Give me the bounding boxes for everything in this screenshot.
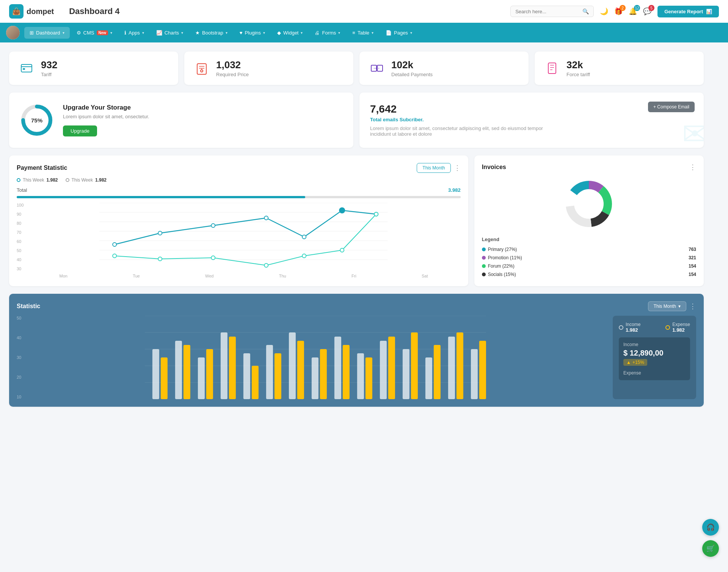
income-change-badge: ▲ +15% [623, 359, 647, 366]
svg-rect-49 [161, 357, 168, 399]
search-icon[interactable]: 🔍 [582, 8, 589, 14]
svg-rect-63 [320, 349, 327, 399]
stat-card-force-tariff: 32k Force tariff [535, 52, 704, 85]
expense-legend-item: Expense 1.982 [665, 322, 690, 333]
nav-item-forms[interactable]: 🖨 Forms ▾ [309, 27, 345, 39]
svg-rect-54 [221, 332, 228, 399]
stat-card-detailed-payments: 102k Detailed Payments [359, 52, 529, 85]
force-tariff-info: 32k Force tariff [566, 59, 590, 77]
required-price-label: Required Price [216, 72, 249, 77]
gift-badge: 2 [620, 5, 626, 11]
nav-item-bootstrap[interactable]: ★ Bootstrap ▾ [190, 27, 233, 39]
nav-item-widget[interactable]: ◆ Widget ▾ [272, 27, 308, 39]
svg-point-29 [340, 208, 345, 213]
storage-card: 75% Upgrade Your Storage Lorem ipsum dol… [9, 92, 353, 148]
svg-point-35 [303, 254, 306, 258]
inv-dot-promotion [482, 256, 486, 260]
charts-icon: 📈 [156, 30, 162, 36]
svg-rect-59 [275, 353, 281, 399]
line-chart-svg-wrap: Mon Tue Wed Thu Fri Sat [27, 203, 460, 278]
nav-item-pages[interactable]: 📄 Pages ▾ [380, 27, 417, 39]
detailed-payments-label: Detailed Payments [391, 72, 433, 77]
middle-row: 75% Upgrade Your Storage Lorem ipsum dol… [9, 92, 704, 148]
search-input[interactable] [515, 9, 579, 14]
total-value: 3.982 [448, 187, 461, 193]
chat-button[interactable]: 💬 5 [643, 7, 651, 16]
nav-item-dashboard[interactable]: ⊞ Dashboard ▾ [24, 27, 70, 39]
arrow-up-icon: ▲ [626, 360, 631, 365]
bell-button[interactable]: 🔔 12 [629, 7, 637, 16]
svg-rect-75 [457, 332, 463, 399]
tariff-number: 932 [41, 59, 57, 71]
force-tariff-label: Force tariff [566, 72, 590, 77]
statistic-controls: This Month ▾ ⋮ [648, 301, 696, 311]
compose-email-button[interactable]: + Compose Email [648, 102, 695, 112]
more-options-button[interactable]: ⋮ [454, 164, 461, 172]
legend-val-2: 1.982 [95, 177, 107, 183]
svg-point-32 [158, 257, 162, 261]
invoices-legend: Legend Primary (27%) 763 Promotion (11%)… [482, 237, 696, 279]
nav-item-plugins[interactable]: ♥ Plugins ▾ [234, 27, 270, 39]
required-price-info: 1,032 Required Price [216, 59, 249, 77]
inv-dot-primary [482, 248, 486, 251]
nav-item-charts[interactable]: 📈 Charts ▾ [151, 27, 188, 39]
x-axis-labels: Mon Tue Wed Thu Fri Sat [27, 272, 460, 278]
payment-statistic-controls: This Month ⋮ [417, 163, 460, 173]
upgrade-button[interactable]: Upgrade [63, 125, 97, 136]
generate-report-button[interactable]: Generate Report 📊 [657, 6, 719, 17]
legend-this-week-2: This Week 1.982 [66, 177, 107, 183]
svg-rect-71 [411, 332, 418, 399]
apps-icon: ℹ [124, 30, 126, 36]
navbar: ⊞ Dashboard ▾ ⚙ CMS New ▾ ℹ Apps ▾ 📈 Cha… [0, 23, 728, 42]
expense-legend-label: Expense [672, 322, 690, 327]
expense-box-label: Expense [623, 370, 686, 376]
force-tariff-icon [544, 60, 560, 77]
email-desc: Lorem ipsum dolor sit amet, consectetur … [370, 125, 552, 137]
invoices-card: Invoices ⋮ Legend [474, 155, 704, 286]
svg-rect-0 [21, 64, 32, 72]
svg-point-31 [113, 254, 117, 258]
svg-rect-72 [425, 357, 432, 399]
nav-item-table[interactable]: ≡ Table ▾ [347, 27, 379, 39]
total-bar-row: Total 3.982 [17, 187, 461, 193]
income-box-label: Income [623, 342, 686, 347]
statistic-month-button[interactable]: This Month ▾ [648, 301, 686, 311]
svg-rect-57 [252, 366, 259, 399]
moon-button[interactable]: 🌙 [600, 7, 608, 16]
inv-val-primary: 763 [689, 247, 696, 252]
bar-chart-svg [24, 316, 607, 399]
line-chart-container: 30 40 50 60 70 80 90 100 [17, 203, 461, 278]
inv-val-promotion: 321 [689, 255, 696, 260]
statistic-card: Statistic This Month ▾ ⋮ 10 20 30 40 [9, 294, 704, 407]
income-legend-row: Income 1.982 Expense 1.982 [619, 322, 690, 333]
expense-legend-dot [665, 325, 670, 330]
legend-this-week-1: This Week 1.982 [17, 177, 58, 183]
stat-card-tariff: 932 Tariff [9, 52, 178, 85]
pages-icon: 📄 [386, 30, 392, 36]
svg-rect-66 [357, 353, 364, 399]
income-legend-label: Income [626, 322, 640, 327]
inv-legend-socials: Socials (15%) 154 [482, 270, 696, 279]
statistic-more-button[interactable]: ⋮ [689, 302, 696, 310]
email-card: 7,642 Total emails Subcriber. Lorem ipsu… [359, 92, 704, 148]
cms-icon: ⚙ [77, 30, 81, 36]
bootstrap-icon: ★ [195, 30, 200, 36]
logo-area: 👜 dompet [9, 4, 54, 19]
inv-val-forum: 154 [689, 263, 696, 269]
svg-rect-50 [175, 341, 182, 399]
svg-rect-48 [152, 349, 159, 399]
nav-item-cms[interactable]: ⚙ CMS New ▾ [71, 27, 118, 39]
svg-rect-67 [366, 357, 372, 399]
svg-rect-65 [343, 345, 350, 399]
nav-item-apps[interactable]: ℹ Apps ▾ [119, 27, 149, 39]
this-month-button[interactable]: This Month [417, 163, 450, 173]
svg-point-28 [303, 235, 306, 239]
search-bar[interactable]: 🔍 [510, 6, 594, 17]
storage-donut: 75% [20, 103, 54, 137]
gift-button[interactable]: 🎁 2 [614, 7, 623, 16]
income-box: Income $ 12,890,00 ▲ +15% Expense [619, 337, 690, 380]
required-price-icon [193, 60, 210, 77]
detailed-payments-info: 102k Detailed Payments [391, 59, 433, 77]
total-progress-fill [17, 196, 305, 198]
invoices-more-button[interactable]: ⋮ [689, 163, 696, 171]
